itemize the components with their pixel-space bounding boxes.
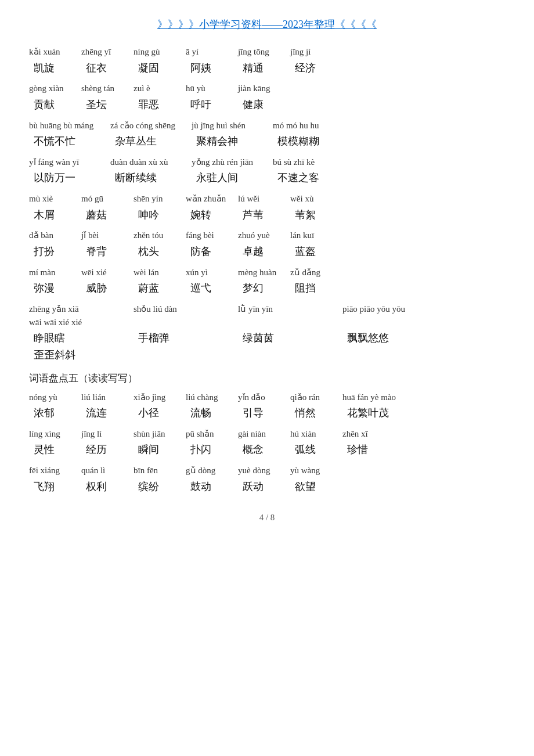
hanzi-row: 灵性经历瞬间扑闪概念弧线珍惜 (29, 441, 505, 458)
pinyin-item: yù wàng (290, 464, 342, 477)
hanzi-item: 婉转 (190, 207, 243, 224)
hanzi-item: 呻吟 (138, 207, 190, 224)
hanzi-item: 经济 (295, 60, 347, 77)
pinyin-item: lú wěi (238, 192, 290, 206)
pinyin-item: liú lián (81, 391, 134, 404)
pinyin-item: hú xiàn (290, 427, 342, 441)
pinyin-item: huā fán yè mào (342, 391, 396, 404)
hanzi-item: 弥漫 (34, 280, 86, 297)
hanzi-item: 小径 (138, 405, 190, 422)
hanzi-item: 飘飘悠悠 (347, 330, 452, 347)
pinyin-item: yuè dòng (238, 464, 290, 477)
hanzi-item: 灵性 (34, 441, 86, 458)
hanzi-row: 以防万一断断续续永驻人间不速之客 (29, 170, 505, 186)
hanzi-item: 打扮 (34, 243, 86, 260)
pinyin-item: zhuó yuè (238, 229, 290, 242)
pinyin-item: jǐ bèi (81, 229, 134, 242)
hanzi-row: 木屑蘑菇呻吟婉转芦苇苇絮 (29, 207, 505, 224)
hanzi-item: 聚精会神 (196, 133, 277, 150)
vocab-block: mí mànwēi xiéwèi lánxún yìmèng huànzǔ dǎ… (29, 266, 505, 297)
pinyin-item: jīng lì (81, 427, 134, 441)
hanzi-row: 浓郁流连小径流畅引导悄然花繁叶茂 (29, 405, 505, 422)
pinyin-item: wēi xié (81, 266, 134, 279)
hanzi-item: 凝固 (138, 60, 190, 77)
hanzi-item: 苇絮 (295, 207, 347, 224)
hanzi-item: 飞翔 (34, 478, 86, 495)
pinyin-row: mí mànwēi xiéwèi lánxún yìmèng huànzǔ dǎ… (29, 266, 505, 279)
pinyin-item: bù huāng bù máng (29, 119, 110, 132)
pinyin-item: ā yí (186, 45, 238, 59)
pinyin-item: yǐn dǎo (238, 391, 290, 404)
vocab-block: gòng xiànshèng tánzuì èhū yùjiàn kāng贡献圣… (29, 82, 505, 113)
hanzi-item: 欲望 (295, 478, 347, 495)
pinyin-item: jīng jì (290, 45, 342, 59)
hanzi-item: 蓝盔 (295, 243, 347, 260)
hanzi-item: 阿姨 (190, 60, 243, 77)
pinyin-row: mù xièmó gūshēn yínwǎn zhuǎnlú wěiwěi xù (29, 192, 505, 206)
hanzi-row: 贡献圣坛罪恶呼吁健康 (29, 96, 505, 113)
pinyin-item: shùn jiān (134, 427, 186, 441)
main-content: kǎi xuánzhēng yīníng gùā yíjīng tōngjīng… (29, 45, 505, 363)
pinyin-item: zhēng yī (81, 45, 134, 59)
hanzi-row: 不慌不忙杂草丛生聚精会神模模糊糊 (29, 133, 505, 150)
section2-content: nóng yùliú liánxiǎo jìngliú chàngyǐn dǎo… (29, 391, 505, 495)
pinyin-item: yǒng zhù rén jiān (192, 156, 273, 169)
hanzi-row: 凯旋征衣凝固阿姨精通经济 (29, 60, 505, 77)
pinyin-item: zhēn xī (342, 427, 395, 441)
pinyin-item: fēi xiáng (29, 464, 81, 477)
hanzi-item: 珍惜 (347, 441, 399, 458)
pinyin-item: dǎ bàn (29, 229, 81, 242)
hanzi-item: 罪恶 (138, 96, 190, 113)
hanzi-item: 流连 (86, 405, 138, 422)
pinyin-item: jiàn kāng (238, 82, 290, 95)
hanzi-item: 经历 (86, 441, 138, 458)
hanzi-item: 弧线 (295, 441, 347, 458)
hanzi-item: 跃动 (243, 478, 295, 495)
vocab-block: nóng yùliú liánxiǎo jìngliú chàngyǐn dǎo… (29, 391, 505, 422)
pinyin-row: zhēng yǎn xiāshǒu liú dànlǜ yīn yīnpiāo … (29, 303, 505, 329)
pinyin-item: xiǎo jìng (134, 391, 186, 404)
vocab-block: kǎi xuánzhēng yīníng gùā yíjīng tōngjīng… (29, 45, 505, 76)
hanzi-item: 梦幻 (243, 280, 295, 297)
pinyin-row: bù huāng bù mángzá cǎo cóng shēngjù jīng… (29, 119, 505, 132)
vocab-block: fēi xiángquán lìbīn fēngǔ dòngyuè dòngyù… (29, 464, 505, 495)
pinyin-row: kǎi xuánzhēng yīníng gùā yíjīng tōngjīng… (29, 45, 505, 59)
hanzi-item: 永驻人间 (196, 170, 277, 186)
vocab-block: zhēng yǎn xiāshǒu liú dànlǜ yīn yīnpiāo … (29, 303, 505, 363)
pinyin-item: bīn fēn (134, 464, 186, 477)
hanzi-item: 芦苇 (243, 207, 295, 224)
vocab-block: líng xìngjīng lìshùn jiānpū shǎngài niàn… (29, 427, 505, 458)
hanzi-item: 概念 (243, 441, 295, 458)
pinyin-item: fáng bèi (186, 229, 238, 242)
page-container: 》》》》小学学习资料——2023年整理《《《《 kǎi xuánzhēng yī… (29, 17, 505, 523)
pinyin-item: bú sù zhī kè (273, 156, 354, 169)
hanzi-item: 凯旋 (34, 60, 86, 77)
pinyin-item: piāo piāo yōu yōu (342, 303, 447, 316)
pinyin-item: mí màn (29, 266, 81, 279)
pinyin-item: yǐ fáng wàn yī (29, 156, 110, 169)
hanzi-item: 蘑菇 (86, 207, 138, 224)
hanzi-item: 威胁 (86, 280, 138, 297)
pinyin-item: shǒu liú dàn (134, 303, 238, 316)
pinyin-item: mó gū (81, 192, 134, 206)
hanzi-item: 手榴弹 (138, 330, 243, 347)
section2-label: 词语盘点五（读读写写） (29, 372, 505, 385)
pinyin-item: lǜ yīn yīn (238, 303, 342, 316)
hanzi-row: 睁眼瞎手榴弹绿茵茵飘飘悠悠歪歪斜斜 (29, 330, 505, 363)
pinyin-item: wāi wāi xié xié (29, 316, 134, 329)
vocab-block: yǐ fáng wàn yīduàn duàn xù xùyǒng zhù ré… (29, 156, 505, 186)
pinyin-item: pū shǎn (186, 427, 238, 441)
pinyin-item: liú chàng (186, 391, 238, 404)
hanzi-item: 模模糊糊 (277, 133, 359, 150)
pinyin-row: líng xìngjīng lìshùn jiānpū shǎngài niàn… (29, 427, 505, 441)
hanzi-item: 不速之客 (277, 170, 359, 186)
hanzi-row: 飞翔权利缤纷鼓动跃动欲望 (29, 478, 505, 495)
pinyin-item: lán kuī (290, 229, 342, 242)
pinyin-row: nóng yùliú liánxiǎo jìngliú chàngyǐn dǎo… (29, 391, 505, 404)
hanzi-item: 巡弋 (190, 280, 243, 297)
hanzi-item: 断断续续 (115, 170, 196, 186)
hanzi-item: 流畅 (190, 405, 243, 422)
hanzi-item: 枕头 (138, 243, 190, 260)
hanzi-item: 精通 (243, 60, 295, 77)
pinyin-item: qiǎo rán (290, 391, 342, 404)
